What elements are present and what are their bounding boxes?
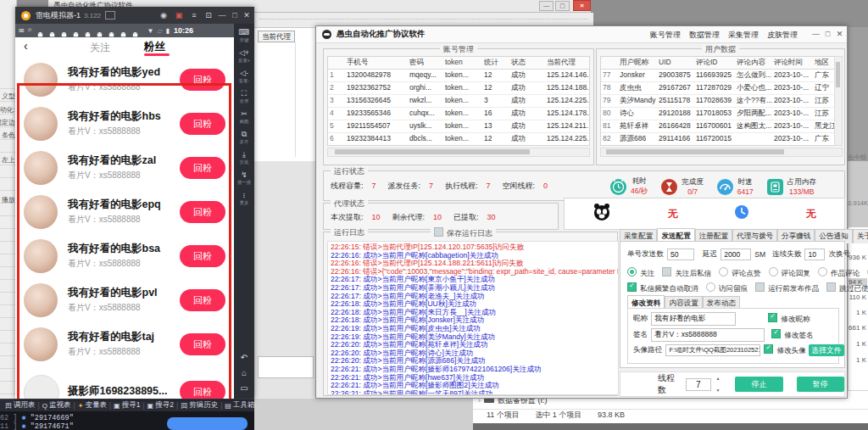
table-row[interactable]: 79美汐Mandy25115178117028639这个??有...2023-1… <box>601 95 835 108</box>
option-评论点赞[interactable]: 评论点赞 <box>719 267 760 279</box>
log-output[interactable]: 22:26:15: 错误>当前代理IP[125.124.120.107:5635… <box>327 241 619 395</box>
column-header[interactable]: 密码 <box>408 57 443 69</box>
back-arrow-icon[interactable]: ‹ <box>24 39 28 53</box>
maximize-button[interactable]: □ <box>822 30 833 38</box>
column-header[interactable] <box>328 57 345 69</box>
scrollbar-thumb[interactable] <box>335 149 530 154</box>
column-header[interactable]: 用户昵称 <box>618 57 657 69</box>
table-row[interactable]: 82源源686291141661167200152023-10-...广东关注成… <box>601 133 835 146</box>
signature-input[interactable]: 看片V：xs5888888 <box>651 328 765 342</box>
tab-fans[interactable]: 粉丝 <box>144 40 165 54</box>
horizontal-scrollbar[interactable] <box>600 148 843 157</box>
sidebar-item-screenshot[interactable]: ✂截图 <box>234 109 254 126</box>
column-header[interactable]: token <box>443 57 482 69</box>
scrollbar-thumb[interactable] <box>606 149 784 154</box>
option-关注后私信[interactable]: 关注后私信 <box>662 267 711 279</box>
column-header[interactable]: 手机号 <box>345 57 408 69</box>
stop-button[interactable]: 停止 <box>735 377 782 392</box>
android-home-button[interactable]: ⌂ <box>234 368 254 377</box>
column-header[interactable]: 统计 <box>482 57 509 69</box>
column-header[interactable]: 当前代理 <box>545 57 590 69</box>
close-button[interactable]: ✕ <box>834 30 845 38</box>
menu-item[interactable]: 账号管理 <box>650 30 681 41</box>
debugger-panel-button[interactable]: 回剪辑历史 <box>178 400 220 410</box>
follow-back-button[interactable]: 回粉 <box>180 157 225 179</box>
debugger-panel-button[interactable]: ▣搜寻1 <box>111 400 142 410</box>
message-icon[interactable]: ▣ <box>173 9 185 21</box>
option-跳过已使用账号[interactable]: 跳过已使用账号 <box>826 282 868 294</box>
option-评论回复[interactable]: 评论回复 <box>769 267 810 279</box>
column-header[interactable] <box>601 57 618 69</box>
table-row[interactable]: 77Jonsker29003875116693925怎么做到...2023-10… <box>601 70 835 82</box>
sidebar-item-volume-down[interactable]: ◁-音量- <box>234 69 254 85</box>
avatar-checkbox[interactable]: 修改头像 <box>764 344 805 356</box>
avatar-path-input[interactable]: F:\临时文件\QQ截图20231025210619.jpg <box>665 344 760 356</box>
android-recents-button[interactable]: ▭ <box>234 383 254 393</box>
column-header[interactable]: 评论时间 <box>772 57 813 69</box>
table-row[interactable]: 80诗心29120188117018053夕阳两配...2023-10-...江… <box>601 108 835 120</box>
menu-item[interactable]: 皮肤管理 <box>767 30 798 41</box>
vertical-scrollbar[interactable] <box>834 56 843 146</box>
save-log-checkbox[interactable]: 保存运行日志 <box>431 227 496 239</box>
option-关注[interactable]: 关注 <box>627 267 654 279</box>
user-icon[interactable]: ◉ <box>158 9 170 21</box>
column-header[interactable]: 状态 <box>509 57 545 69</box>
sidebar-item-fullscreen[interactable]: ⛶全屏 <box>234 89 254 105</box>
background-minimize-button[interactable]: — <box>539 1 554 11</box>
thread-count-input[interactable]: 7 <box>686 378 710 391</box>
follow-back-button[interactable]: 回粉 <box>180 113 225 135</box>
background-close-button[interactable]: × <box>573 0 591 11</box>
table-row[interactable]: 219232362752orghi...token...12成功125.124.… <box>328 82 589 95</box>
debugger-panel-button[interactable]: ▤工具箱 <box>222 400 254 410</box>
follow-back-button[interactable]: 回粉 <box>180 289 225 311</box>
option-作品评论[interactable]: 作品评论 <box>818 267 860 279</box>
menu-item[interactable]: 采集管理 <box>728 30 759 41</box>
follow-back-button[interactable]: 回粉 <box>180 69 225 91</box>
debugger-panel-button[interactable]: 田调用表 <box>3 400 38 410</box>
option-私信频繁自动取消[interactable]: 私信频繁自动取消 <box>627 282 698 294</box>
minimize-button[interactable]: — <box>216 9 228 21</box>
table-row[interactable]: 313156326645rwkzl...token...3成功125.124.2… <box>328 95 589 108</box>
background-blue-button[interactable] <box>167 417 248 430</box>
maximize-button[interactable]: □ <box>229 9 241 21</box>
sidebar-item-multi-window[interactable]: ⧉多开 <box>234 130 254 146</box>
debugger-panel-button[interactable]: Q监视表 <box>40 400 74 410</box>
nickname-checkbox[interactable]: 修改昵称 <box>768 313 810 325</box>
choose-file-button[interactable]: 选择文件 <box>809 344 844 356</box>
column-header[interactable]: UID <box>657 57 694 69</box>
table-row[interactable]: 81苑轩卓祥26166428116700601这构图太...2023-10-..… <box>601 120 835 133</box>
table-row[interactable]: 113200482978mqeqy...token...12成功125.124.… <box>328 70 589 82</box>
column-header[interactable]: 评论ID <box>694 57 735 69</box>
thread-stepper[interactable] <box>716 377 724 391</box>
accounts-table[interactable]: 手机号密码token统计状态当前代理113200482978mqeqy...to… <box>327 56 590 146</box>
table-row[interactable]: 519211554507uyslk...token...13成功125.124.… <box>328 120 589 133</box>
follow-back-button[interactable]: 回粉 <box>180 245 225 267</box>
column-header[interactable]: 地区 <box>813 57 835 69</box>
pause-button[interactable]: 暂停 <box>797 377 844 392</box>
table-row[interactable]: 78皮虫虫29167267117287029小爱心也...2023-10-...… <box>601 82 835 95</box>
follow-back-button[interactable]: 回粉 <box>180 201 225 223</box>
table-row[interactable]: 419233565346cuhqx...token...16成功125.124.… <box>328 108 589 120</box>
sidebar-item-volume-up[interactable]: ◁+音量+ <box>234 48 254 64</box>
users-table[interactable]: 用户昵称UID评论ID评论内容评论时间地区状态77Jonsker29003875… <box>600 56 836 146</box>
debugger-panel-button[interactable]: ▣搜寻2 <box>145 400 176 410</box>
minimize-button[interactable]: — <box>810 30 821 38</box>
sidebar-item-more-dots[interactable]: ⁝更多 <box>234 191 254 207</box>
table-row[interactable]: 619232384413dbcls...token...12成功125.124.… <box>328 133 589 146</box>
send-count-input[interactable]: 50 <box>667 249 694 260</box>
sidebar-item-install-apk[interactable]: ⤓安装 <box>234 150 254 166</box>
sidebar-item-keyboard[interactable]: ⌨按键 <box>234 28 254 44</box>
delay-input[interactable]: 2000 <box>721 249 751 260</box>
option-运行前发布作品[interactable]: 运行前发布作品 <box>755 282 819 294</box>
horizontal-scrollbar[interactable] <box>327 148 590 157</box>
fail-count-input[interactable]: 10 <box>804 249 825 260</box>
nickname-input[interactable]: 我有好看的电影 <box>651 312 736 326</box>
debugger-panel-button[interactable]: ✦变量表 <box>75 400 109 410</box>
menu-item[interactable]: 数据管理 <box>689 30 720 41</box>
tab-follow[interactable]: 关注 <box>90 41 110 55</box>
scrollbar-thumb[interactable] <box>836 62 840 87</box>
follow-back-button[interactable]: 回粉 <box>180 333 225 355</box>
follow-back-button[interactable]: 回粉 <box>180 381 225 399</box>
option-访问留痕[interactable]: 访问留痕 <box>706 282 748 294</box>
sidebar-item-shake[interactable]: ↯摇一摇 <box>234 170 254 187</box>
